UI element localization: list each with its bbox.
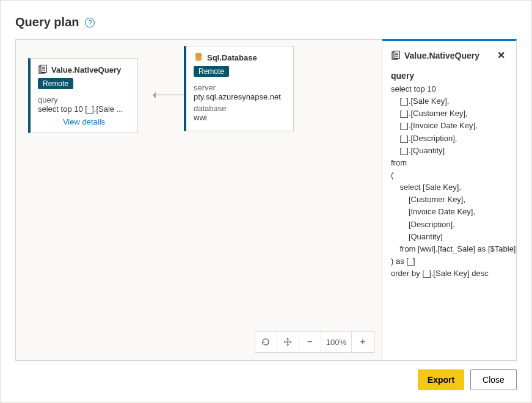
help-icon[interactable]: ?: [85, 18, 95, 27]
details-panel: Value.NativeQuery ✕ query select top 10 …: [382, 39, 517, 361]
details-sql: select top 10 [_].[Sale Key], [_].[Custo…: [391, 83, 508, 280]
close-icon[interactable]: ✕: [495, 48, 508, 62]
zoom-control: − 100% +: [255, 331, 374, 353]
details-title: Value.NativeQuery: [404, 51, 479, 60]
dialog-body: Value.NativeQuery Remote query select to…: [15, 39, 517, 361]
query-plan-canvas[interactable]: Value.NativeQuery Remote query select to…: [15, 39, 382, 361]
server-value: pty.sql.azuresynapse.net: [194, 92, 286, 101]
query-icon: [38, 65, 48, 74]
node-native-query[interactable]: Value.NativeQuery Remote query select to…: [28, 58, 138, 133]
server-label: server: [194, 83, 286, 92]
close-button[interactable]: Close: [470, 369, 517, 390]
node-native-query-header: Value.NativeQuery: [38, 65, 130, 74]
fit-view-icon[interactable]: [277, 332, 299, 352]
zoom-out-icon[interactable]: −: [299, 332, 321, 352]
database-icon: [194, 53, 203, 62]
edge-arrow: [153, 95, 184, 95]
database-value: wwi: [194, 113, 286, 122]
details-header: Value.NativeQuery ✕: [391, 48, 508, 62]
node-native-query-title: Value.NativeQuery: [51, 65, 121, 74]
dialog-header: Query plan ?: [15, 15, 517, 29]
database-label: database: [194, 104, 286, 113]
remote-badge: Remote: [38, 78, 73, 89]
remote-badge: Remote: [194, 66, 229, 77]
view-details-link[interactable]: View details: [38, 117, 130, 126]
page-title: Query plan: [15, 15, 79, 29]
query-icon: [391, 51, 401, 60]
node-sql-database-header: Sql.Database: [194, 53, 286, 62]
details-section-label: query: [391, 71, 508, 81]
node-query-label: query: [38, 95, 130, 104]
dialog-footer: Export Close: [15, 369, 517, 390]
export-button[interactable]: Export: [418, 369, 464, 390]
zoom-percent: 100%: [321, 332, 352, 352]
node-sql-database-title: Sql.Database: [207, 53, 257, 62]
node-sql-database[interactable]: Sql.Database Remote server pty.sql.azure…: [184, 46, 294, 131]
zoom-in-icon[interactable]: +: [352, 332, 374, 352]
node-query-preview: select top 10 [_].[Sale ...: [38, 104, 130, 114]
reset-view-icon[interactable]: [255, 332, 277, 352]
